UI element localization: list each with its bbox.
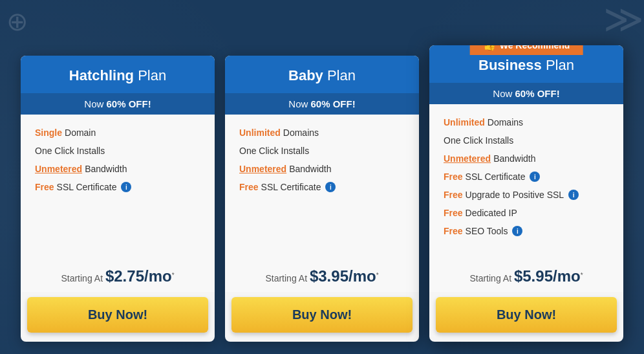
plan-title-hatchling: Hatchling Plan — [27, 67, 208, 84]
info-icon[interactable]: i — [530, 171, 540, 182]
feature-highlight: Free — [444, 190, 463, 200]
price-asterisk: * — [581, 272, 583, 279]
plan-price: $5.95/mo — [514, 267, 581, 285]
feature-item: Free SSL Certificatei — [444, 171, 609, 182]
buy-now-button-hatchling[interactable]: Buy Now! — [27, 297, 208, 333]
feature-item: Free SSL Certificatei — [35, 182, 200, 192]
plan-features-business: Unlimited DomainsOne Click InstallsUnmet… — [429, 104, 623, 257]
feature-item: Free Dedicated IP — [444, 208, 609, 218]
feature-item: One Click Installs — [35, 146, 200, 156]
feature-text: SSL Certificate — [261, 182, 321, 192]
feature-item: One Click Installs — [239, 146, 405, 156]
feature-item: Unmetered Bandwidth — [444, 153, 609, 164]
feature-highlight: Unlimited — [444, 117, 485, 127]
recommend-badge: 👍 We Recommend — [470, 45, 583, 55]
feature-highlight: Free — [35, 182, 54, 192]
feature-item: Free Upgrade to Positive SSLi — [444, 190, 609, 200]
feature-highlight: Free — [444, 171, 463, 182]
plan-features-baby: Unlimited DomainsOne Click InstallsUnmet… — [225, 115, 419, 257]
plan-price: $2.75/mo — [105, 267, 172, 285]
feature-item: Unlimited Domains — [239, 127, 405, 138]
plan-header-hatchling: Hatchling Plan — [21, 56, 215, 93]
info-icon[interactable]: i — [121, 182, 131, 192]
plans-container: Hatchling Plan Now 60% OFF! Single Domai… — [21, 13, 623, 342]
feature-highlight: Free — [444, 226, 463, 236]
recommend-text: We Recommend — [500, 45, 570, 50]
starting-at-label: Starting At — [469, 273, 513, 283]
feature-text: Upgrade to Positive SSL — [466, 190, 564, 200]
feature-text: SEO Tools — [466, 226, 508, 236]
plan-discount-baby: Now 60% OFF! — [225, 93, 419, 115]
plan-card-baby: Baby Plan Now 60% OFF! Unlimited Domains… — [225, 56, 419, 342]
feature-text: One Click Installs — [239, 146, 309, 156]
feature-highlight: Free — [444, 208, 463, 218]
plan-pricing-baby: Starting At $3.95/mo* — [225, 257, 419, 292]
feature-item: Free SEO Toolsi — [444, 226, 609, 236]
plan-header-baby: Baby Plan — [225, 56, 419, 93]
feature-item: Free SSL Certificatei — [239, 182, 405, 192]
feature-text: Domains — [283, 127, 319, 138]
feature-text: Bandwidth — [85, 164, 127, 174]
plan-pricing-business: Starting At $5.95/mo* — [429, 257, 623, 292]
feature-highlight: Unmetered — [239, 164, 286, 174]
feature-text: SSL Certificate — [466, 171, 526, 182]
feature-highlight: Unmetered — [35, 164, 82, 174]
feature-text: One Click Installs — [444, 135, 513, 146]
feature-highlight: Free — [239, 182, 259, 192]
feature-text: Domains — [488, 117, 523, 127]
feature-item: Single Domain — [35, 127, 200, 138]
feature-item: One Click Installs — [444, 135, 609, 146]
feature-text: Domain — [65, 127, 96, 138]
feature-highlight: Unmetered — [444, 153, 491, 164]
feature-item: Unmetered Bandwidth — [239, 164, 405, 174]
feature-text: Bandwidth — [289, 164, 331, 174]
feature-item: Unlimited Domains — [444, 117, 609, 127]
buy-now-button-baby[interactable]: Buy Now! — [231, 297, 413, 333]
info-icon[interactable]: i — [325, 182, 336, 192]
feature-highlight: Single — [35, 127, 62, 138]
plan-title-baby: Baby Plan — [231, 67, 413, 84]
buy-now-button-business[interactable]: Buy Now! — [436, 297, 617, 333]
plan-price: $3.95/mo — [310, 267, 376, 285]
starting-at-label: Starting At — [61, 273, 105, 283]
plan-title-business: Business Plan — [436, 57, 617, 74]
plan-discount-business: Now 60% OFF! — [429, 83, 623, 104]
feature-text: Bandwidth — [493, 153, 535, 164]
plan-pricing-hatchling: Starting At $2.75/mo* — [21, 257, 215, 292]
plan-card-hatchling: Hatchling Plan Now 60% OFF! Single Domai… — [21, 56, 215, 342]
starting-at-label: Starting At — [265, 273, 309, 283]
info-icon[interactable]: i — [568, 190, 579, 200]
feature-item: Unmetered Bandwidth — [35, 164, 200, 174]
feature-text: Dedicated IP — [466, 208, 517, 218]
info-icon[interactable]: i — [512, 226, 522, 236]
price-asterisk: * — [376, 272, 379, 279]
feature-highlight: Unlimited — [239, 127, 281, 138]
feature-text: One Click Installs — [35, 146, 105, 156]
plan-discount-hatchling: Now 60% OFF! — [21, 93, 215, 115]
plan-card-business: 👍 We Recommend Business Plan Now 60% OFF… — [429, 45, 623, 342]
plan-features-hatchling: Single DomainOne Click InstallsUnmetered… — [21, 115, 215, 257]
feature-text: SSL Certificate — [57, 182, 117, 192]
thumb-icon: 👍 — [483, 45, 496, 51]
price-asterisk: * — [172, 272, 175, 279]
